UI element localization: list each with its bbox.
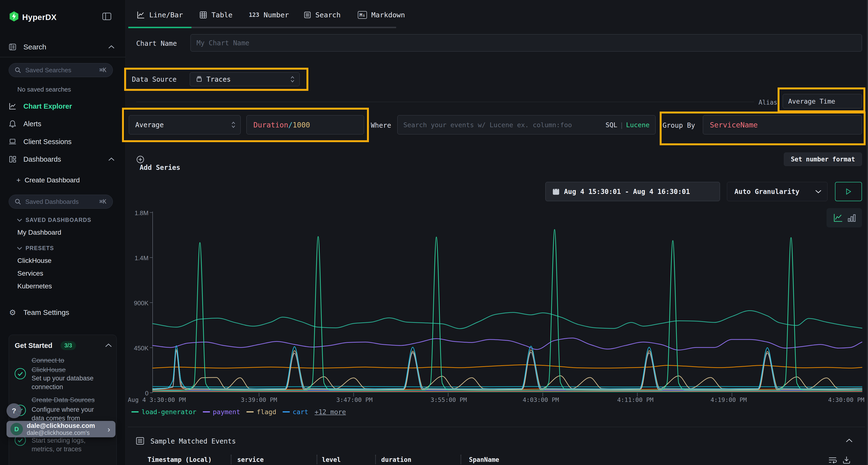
sidebar-section-search[interactable]: Search (0, 40, 125, 54)
column-separator (231, 455, 231, 464)
timeseries-chart[interactable] (148, 210, 863, 399)
sidebar-item-clickhouse[interactable]: ClickHouse (18, 257, 52, 265)
x-axis-label: 4:30:00 PM (807, 396, 864, 403)
sidebar-item-dashboards[interactable]: Dashboards (0, 152, 125, 166)
chevron-up-icon (108, 45, 115, 49)
x-axis-label: 3:47:00 PM (323, 396, 386, 403)
legend-item[interactable]: cart (283, 408, 308, 416)
user-subtitle: dale@clickhouse.com's (27, 429, 107, 436)
saved-dashboards-heading[interactable]: SAVED DASHBOARDS (17, 217, 91, 223)
sidebar-item-services[interactable]: Services (18, 270, 43, 277)
aggregation-select[interactable]: Average (129, 115, 241, 134)
chart-name-field[interactable] (190, 34, 862, 52)
markdown-icon: M↓ (358, 11, 367, 19)
field-expression-input[interactable]: Duration/1000 (246, 115, 364, 134)
tab-markdown[interactable]: M↓ Markdown (358, 8, 405, 22)
date-range-picker[interactable]: Aug 4 15:30:01 - Aug 4 16:30:01 (546, 182, 720, 201)
sidebar-item-alerts[interactable]: Alerts (0, 117, 125, 131)
run-query-button[interactable] (835, 182, 862, 201)
sidebar-item-kubernetes[interactable]: Kubernetes (18, 283, 52, 290)
scrollbar-track[interactable] (867, 0, 868, 465)
chart-legend: load-generator payment flagd cart +12 mo… (131, 408, 346, 416)
alias-label: Alias (758, 99, 777, 106)
x-axis-label: 3:39:00 PM (227, 396, 290, 403)
help-button[interactable]: ? (6, 403, 22, 418)
line-chart-icon (137, 11, 145, 19)
legend-more-link[interactable]: +12 more (315, 408, 346, 416)
shortcut-kbd: ⌘K (99, 67, 106, 73)
get-started-progress-badge: 3/3 (61, 341, 76, 350)
saved-searches-input[interactable]: Saved Searches ⌘K (9, 63, 113, 77)
chart-series (153, 230, 862, 391)
search-section-icon (9, 43, 17, 51)
chart-series (153, 338, 862, 350)
column-header-duration[interactable]: duration (381, 456, 411, 463)
collapse-sidebar-icon[interactable] (102, 12, 112, 20)
check-circle-icon (14, 368, 26, 380)
calendar-icon (552, 188, 560, 195)
granularity-select[interactable]: Auto Granularity (727, 182, 828, 201)
legend-item[interactable]: load-generator (131, 408, 196, 416)
add-series-button[interactable]: Add Series (136, 156, 180, 171)
x-axis-label: 4:03:00 PM (509, 396, 572, 403)
chart-series (153, 351, 862, 390)
tab-number[interactable]: 123 Number (249, 8, 289, 22)
get-started-step-subtitle: Start sending logs, metrics, or traces (32, 436, 104, 454)
play-icon (845, 188, 851, 195)
alias-input[interactable] (783, 98, 862, 105)
sidebar-item-team-settings[interactable]: ⚙ Team Settings (0, 305, 125, 320)
tab-search[interactable]: Search (304, 8, 341, 22)
lucene-toggle[interactable]: Lucene (626, 121, 650, 129)
user-menu[interactable]: D dale@clickhouse.com dale@clickhouse.co… (6, 421, 116, 437)
wrap-text-icon[interactable] (828, 456, 837, 464)
column-header-service[interactable]: service (237, 456, 264, 463)
column-header-timestamp[interactable]: Timestamp (Local) (148, 456, 212, 463)
gear-icon: ⚙ (9, 309, 17, 317)
tab-table[interactable]: Table (199, 8, 232, 22)
value-token: 1000 (293, 121, 310, 129)
column-header-spanname[interactable]: SpanName (469, 456, 499, 463)
presets-heading[interactable]: PRESETS (17, 245, 54, 252)
column-separator (375, 455, 376, 464)
search-icon (15, 67, 21, 73)
legend-item[interactable]: flagd (246, 408, 276, 416)
saved-dashboards-input[interactable]: Saved Dashboards ⌘K (9, 195, 113, 209)
data-source-select[interactable]: Traces (190, 72, 300, 86)
chart-series (153, 391, 862, 391)
search-icon (15, 199, 21, 205)
where-field[interactable]: SQL | Lucene (397, 115, 656, 134)
legend-item[interactable]: payment (203, 408, 240, 416)
chevron-down-icon (17, 219, 22, 222)
sql-toggle[interactable]: SQL (606, 121, 617, 129)
column-separator (317, 455, 317, 464)
legend-swatch (203, 411, 210, 412)
date-range-value: Aug 4 15:30:01 - Aug 4 16:30:01 (564, 188, 690, 196)
chevron-down-icon (17, 247, 22, 250)
set-number-format-button[interactable]: Set number format (784, 153, 862, 166)
chart-name-label: Chart Name (136, 39, 177, 47)
chart-series (153, 350, 862, 389)
alias-field[interactable] (783, 94, 862, 108)
collapse-events-chevron[interactable] (845, 438, 853, 443)
chart-series (153, 387, 862, 387)
column-header-level[interactable]: level (322, 456, 341, 463)
group-by-input[interactable]: ServiceName (703, 115, 862, 134)
plus-circle-icon (136, 156, 145, 164)
chevron-updown-icon (231, 121, 236, 128)
tab-line-bar[interactable]: Line/Bar (137, 8, 183, 22)
section-divider (136, 102, 754, 102)
bell-icon (9, 120, 17, 128)
sidebar-item-my-dashboard[interactable]: My Dashboard (18, 229, 61, 236)
list-icon (304, 11, 311, 19)
download-icon[interactable] (842, 456, 850, 464)
sidebar-item-client-sessions[interactable]: Client Sessions (0, 134, 125, 149)
plus-icon: + (17, 176, 21, 184)
events-divider (128, 427, 865, 427)
hyperdx-logo-icon (9, 11, 19, 22)
where-input[interactable] (398, 121, 606, 129)
sidebar-item-chart-explorer[interactable]: Chart Explorer (0, 99, 125, 113)
create-dashboard-button[interactable]: + Create Dashboard (0, 173, 125, 188)
chart-name-input[interactable] (191, 39, 862, 47)
column-separator (461, 455, 461, 464)
chevron-down-icon (815, 190, 822, 194)
